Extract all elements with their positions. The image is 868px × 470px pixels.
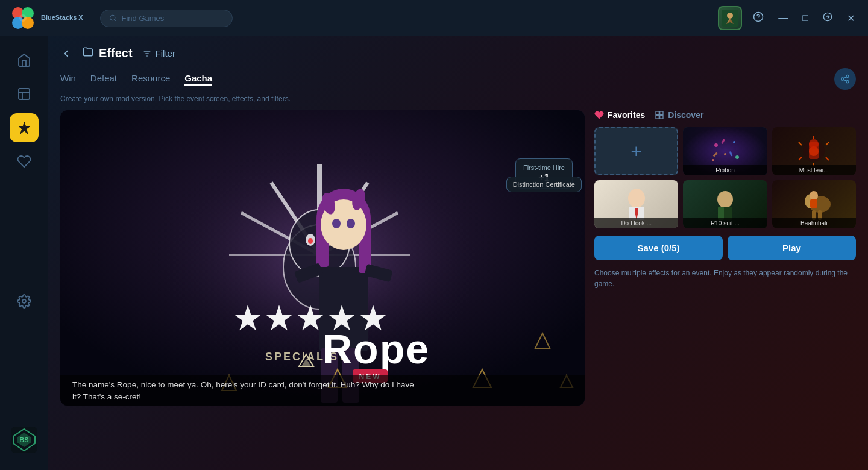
content-row: ★★★★★ SPECIALIST Rope NEW The name's Rop… [60,110,856,453]
effect-icon [82,46,94,61]
main-content: Effect Filter Win Defeat Resource Gacha … [48,36,868,470]
effect-card-do-look[interactable]: Do I look ... [594,180,678,228]
sidebar-item-store[interactable] [10,80,39,108]
effects-grid: + [594,127,856,228]
sidebar-item-favorites[interactable] [10,147,39,176]
svg-point-8 [727,13,733,19]
filter-label: Filter [156,48,175,58]
svg-line-86 [826,157,829,160]
svg-point-93 [628,189,645,208]
svg-point-23 [841,78,844,80]
search-bar[interactable] [100,10,233,27]
ribbon-label: Ribbon [683,165,767,175]
save-button[interactable]: Save (0/5) [594,236,723,260]
svg-text:BS: BS [19,436,28,443]
svg-point-97 [717,191,733,208]
add-icon: + [631,140,642,163]
add-effect-card[interactable]: + [594,127,678,175]
tab-win[interactable]: Win [60,73,76,86]
svg-point-92 [809,139,819,149]
maximize-button[interactable]: □ [799,10,812,26]
favorites-header: Favorites Discover [594,110,856,120]
app-name: BlueStacks X [41,14,83,22]
close-button[interactable]: ✕ [843,10,858,27]
search-icon [109,14,116,22]
game-icon[interactable] [718,6,742,30]
top-nav: Effect Filter [60,46,856,61]
character-illustration: ★★★★★ SPECIALIST Rope NEW The name's Rop… [60,110,585,406]
tab-resource[interactable]: Resource [131,73,170,86]
help-button[interactable] [749,9,767,27]
title-bar-controls: — □ ✕ [718,6,858,30]
svg-rect-74 [656,116,659,119]
svg-point-22 [846,75,849,77]
effect-card-ribbon[interactable]: Ribbon [683,127,767,175]
play-button[interactable]: Play [728,236,856,260]
distinction-popup: Distinction Certificate [506,177,582,192]
svg-point-24 [846,81,849,83]
video-background: ★★★★★ SPECIALIST Rope NEW The name's Rop… [60,110,585,406]
svg-point-50 [347,219,355,228]
do-look-label: Do I look ... [594,218,678,228]
favorites-label: Favorites [608,110,645,120]
svg-point-49 [332,219,341,228]
svg-rect-13 [19,89,30,99]
sidebar: BS [0,36,48,470]
share-button[interactable] [834,68,856,90]
bluestacks-logo [10,5,36,31]
svg-line-89 [799,142,802,145]
right-panel: Favorites Discover + [594,110,856,453]
filter-button[interactable]: Filter [142,48,175,58]
svg-text:it? That's a se-cret!: it? That's a se-cret! [72,392,141,401]
sidebar-item-settings[interactable] [10,287,39,316]
svg-line-85 [826,142,829,145]
hire-title: First-time Hire [523,164,565,171]
svg-point-5 [110,15,115,20]
sidebar-bottom-logo: BS [11,427,37,460]
video-preview: ★★★★★ SPECIALIST Rope NEW The name's Rop… [60,110,585,406]
svg-point-104 [810,191,818,201]
svg-point-14 [22,299,26,303]
svg-line-26 [844,77,847,78]
heart-icon [594,110,604,120]
minimize-button[interactable]: — [775,10,791,26]
effect-card-r10-suit[interactable]: R10 suit ... [683,180,767,228]
must-learn-visual [793,133,835,169]
action-buttons: Save (0/5) Play [594,236,856,260]
title-bar: BlueStacks X — □ ✕ [0,0,868,36]
distinction-label: Distinction Certificate [513,181,575,188]
page-subtitle: Create your own mod version. Pick the ev… [60,95,856,103]
search-input[interactable] [121,14,224,23]
discover-tab[interactable]: Discover [655,110,703,120]
forward-button[interactable] [819,10,836,27]
info-text: Choose multiple effects for an event. En… [594,268,856,289]
svg-rect-72 [660,111,663,114]
baahubali-label: Baahubali [772,218,856,228]
r10-suit-label: R10 suit ... [683,218,767,228]
tab-bar: Win Defeat Resource Gacha [60,68,856,90]
svg-rect-73 [660,116,663,119]
tab-defeat[interactable]: Defeat [90,73,117,86]
logo-area: BlueStacks X [10,5,88,31]
svg-line-88 [799,157,802,160]
discover-label: Discover [668,110,703,120]
svg-point-40 [308,238,313,244]
do-look-visual [615,186,658,222]
svg-line-25 [844,80,847,81]
sidebar-item-home[interactable] [10,46,39,75]
effect-card-baahubali[interactable]: Baahubali [772,180,856,228]
effect-card-must-learn[interactable]: Must lear... [772,127,856,175]
favorites-tab[interactable]: Favorites [594,110,645,120]
back-button[interactable] [60,48,72,60]
baahubali-visual [793,186,835,222]
sidebar-item-effects[interactable] [10,113,39,142]
svg-line-6 [115,19,116,20]
discover-icon [655,110,664,120]
svg-rect-105 [810,199,817,208]
must-learn-label: Must lear... [772,165,856,175]
svg-text:The name's Rope, nice to meet : The name's Rope, nice to meet ya. Oh, he… [72,380,414,389]
svg-point-4 [19,14,27,22]
svg-text:Rope: Rope [322,326,430,372]
effect-title: Effect [99,46,133,60]
tab-gacha[interactable]: Gacha [184,73,212,86]
